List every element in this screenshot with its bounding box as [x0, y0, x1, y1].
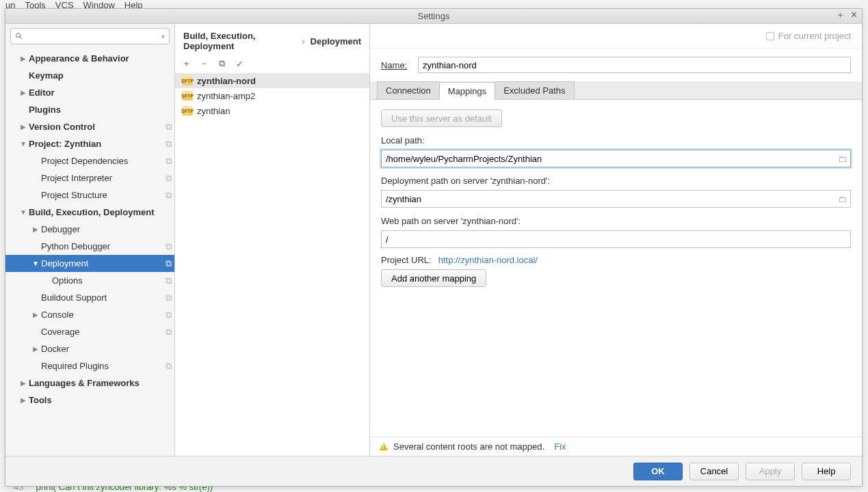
sidebar-item-label: Python Debugger	[41, 241, 162, 251]
sidebar-item-plugins[interactable]: Plugins	[5, 101, 174, 118]
server-item-label: zynthian	[197, 106, 230, 116]
sidebar-item-project-dependencies[interactable]: Project Dependencies⧉	[5, 152, 174, 169]
sidebar-item-debugger[interactable]: ▶Debugger	[5, 221, 174, 238]
server-item-zynthian-amp2[interactable]: SFTPzynthian-amp2	[175, 88, 369, 103]
sidebar-item-languages-frameworks[interactable]: ▶Languages & Frameworks	[5, 374, 174, 392]
project-scope-icon	[766, 32, 774, 40]
local-path-input-wrap[interactable]: 🗀	[381, 150, 851, 167]
sidebar-item-buildout-support[interactable]: Buildout Support⧉	[5, 289, 174, 306]
web-path-input-wrap[interactable]	[381, 230, 851, 248]
sidebar-item-required-plugins[interactable]: Required Plugins⧉	[5, 357, 174, 374]
cancel-button[interactable]: Cancel	[689, 463, 739, 480]
chevron-right-icon: ›	[302, 36, 304, 46]
project-scope-icon: ⧉	[162, 155, 174, 167]
sidebar-item-label: Required Plugins	[41, 361, 162, 371]
search-input-wrap[interactable]: ▾	[10, 28, 170, 44]
sidebar-item-tools[interactable]: ▶Tools	[5, 392, 174, 409]
ok-button[interactable]: OK	[633, 463, 683, 480]
fix-link[interactable]: Fix	[554, 441, 566, 452]
expand-arrow-icon: ▼	[18, 208, 29, 216]
sidebar-item-label: Console	[41, 310, 162, 320]
server-item-label: zynthian-amp2	[197, 91, 255, 101]
breadcrumb: Build, Execution, Deployment › Deploymen…	[175, 24, 369, 54]
expand-arrow-icon: ▶	[18, 123, 29, 131]
chevron-down-icon[interactable]: ▾	[161, 33, 165, 40]
project-scope-icon: ⧉	[162, 172, 174, 184]
expand-arrow-icon: ▶	[18, 379, 29, 387]
detail-tabs[interactable]: ConnectionMappingsExcluded Paths	[370, 81, 862, 100]
sidebar-item-editor[interactable]: ▶Editor	[5, 84, 174, 101]
apply-button[interactable]: Apply	[746, 463, 795, 480]
deployment-path-input[interactable]	[382, 191, 834, 207]
project-url-link[interactable]: http://zynthian-nord.local/	[438, 255, 538, 265]
help-button[interactable]: Help	[802, 463, 851, 480]
sidebar-item-docker[interactable]: ▶Docker	[5, 340, 174, 357]
copy-icon[interactable]: ⧉	[216, 58, 227, 69]
sidebar-item-keymap[interactable]: Keymap	[5, 67, 174, 84]
sidebar-item-deployment[interactable]: ▼Deployment⧉	[5, 255, 174, 272]
add-mapping-button[interactable]: Add another mapping	[381, 269, 486, 287]
local-path-input[interactable]	[382, 150, 834, 167]
sidebar-item-label: Version Control	[29, 122, 162, 132]
expand-arrow-icon: ▼	[30, 260, 41, 267]
settings-dialog: Settings ＋ ✕ ▾ ▶Appearance & BehaviorKey…	[5, 8, 863, 487]
titlebar[interactable]: Settings ＋ ✕	[5, 9, 862, 24]
remove-icon[interactable]: －	[198, 57, 209, 70]
web-path-input[interactable]	[382, 231, 850, 247]
sidebar-item-project-zynthian[interactable]: ▼Project: Zynthian⧉	[5, 135, 174, 152]
svg-line-1	[20, 37, 22, 39]
sidebar-item-label: Docker	[41, 344, 174, 354]
project-url-label: Project URL:	[381, 255, 432, 265]
search-input[interactable]	[26, 31, 161, 41]
project-scope-icon: ⧉	[162, 309, 174, 321]
project-scope-icon: ⧉	[162, 121, 174, 133]
sidebar-item-build-execution-deployment[interactable]: ▼Build, Execution, Deployment	[5, 204, 174, 221]
expand-arrow-icon: ▶	[18, 396, 29, 404]
sidebar-item-label: Project Interpreter	[41, 173, 162, 183]
expand-arrow-icon: ▶	[18, 55, 29, 62]
sidebar-item-appearance-behavior[interactable]: ▶Appearance & Behavior	[5, 50, 174, 67]
expand-arrow-icon: ▶	[30, 311, 41, 318]
sidebar-item-label: Languages & Frameworks	[29, 378, 174, 388]
settings-sidebar: ▾ ▶Appearance & BehaviorKeymap▶EditorPlu…	[5, 24, 175, 456]
use-as-default-button[interactable]: Use this server as default	[381, 109, 502, 127]
close-icon[interactable]: ✕	[848, 10, 859, 21]
breadcrumb-part: Deployment	[311, 36, 361, 46]
sidebar-item-project-structure[interactable]: Project Structure⧉	[5, 187, 174, 204]
sidebar-item-console[interactable]: ▶Console⧉	[5, 306, 174, 323]
check-icon[interactable]: ✓	[234, 59, 245, 69]
sidebar-item-label: Options	[52, 275, 162, 286]
settings-tree[interactable]: ▶Appearance & BehaviorKeymap▶EditorPlugi…	[5, 49, 174, 456]
sidebar-item-label: Deployment	[41, 258, 162, 269]
server-name-input[interactable]	[418, 57, 851, 73]
sidebar-item-label: Buildout Support	[41, 292, 162, 303]
minimize-icon[interactable]: ＋	[834, 10, 845, 21]
project-scope-icon: ⧉	[162, 138, 174, 150]
name-label: Name:	[381, 60, 411, 70]
project-scope-hint: For current project	[370, 24, 862, 49]
sidebar-item-label: Editor	[29, 87, 174, 98]
server-item-zynthian-nord[interactable]: SFTPzynthian-nord	[175, 73, 369, 88]
tab-connection[interactable]: Connection	[377, 81, 440, 99]
warning-text: Several content roots are not mapped.	[393, 441, 544, 452]
sidebar-item-label: Keymap	[29, 70, 174, 81]
add-icon[interactable]: ＋	[181, 57, 192, 70]
sidebar-item-version-control[interactable]: ▶Version Control⧉	[5, 118, 174, 135]
sidebar-item-python-debugger[interactable]: Python Debugger⧉	[5, 238, 174, 255]
project-scope-icon: ⧉	[162, 189, 174, 202]
tab-mappings[interactable]: Mappings	[439, 82, 495, 100]
folder-icon[interactable]: 🗀	[834, 194, 850, 204]
folder-icon[interactable]: 🗀	[834, 154, 850, 164]
sidebar-item-options[interactable]: Options⧉	[5, 272, 174, 289]
server-list[interactable]: SFTPzynthian-nordSFTPzynthian-amp2SFTPzy…	[175, 73, 369, 456]
server-item-zynthian[interactable]: SFTPzynthian	[175, 103, 369, 118]
sidebar-item-coverage[interactable]: Coverage⧉	[5, 323, 174, 340]
deployment-path-input-wrap[interactable]: 🗀	[381, 190, 851, 208]
local-path-label: Local path:	[381, 135, 851, 146]
tab-excluded-paths[interactable]: Excluded Paths	[495, 81, 574, 99]
sidebar-item-label: Coverage	[41, 327, 162, 337]
sidebar-item-project-interpreter[interactable]: Project Interpreter⧉	[5, 169, 174, 187]
server-item-label: zynthian-nord	[197, 76, 256, 86]
sidebar-item-label: Appearance & Behavior	[29, 53, 174, 64]
warning-bar: Several content roots are not mapped. Fi…	[370, 437, 862, 456]
